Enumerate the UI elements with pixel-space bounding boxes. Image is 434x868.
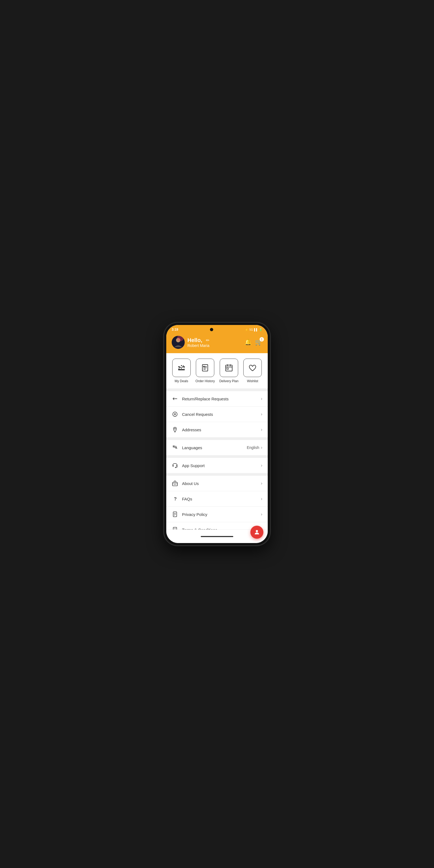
cancel-icon [172, 411, 178, 417]
svg-point-5 [184, 366, 185, 367]
signal-icon: ▌▌ [254, 328, 258, 331]
order-history-label: Order History [195, 379, 215, 383]
chevron-icon: › [261, 412, 262, 416]
status-icons: ⚡ 5G ▌▌ 🔋 [245, 328, 262, 331]
section-divider-3 [166, 455, 268, 458]
faqs-label: FAQs [182, 497, 192, 501]
menu-item-languages[interactable]: Languages English › [166, 440, 268, 455]
header-user-info: Hello, ✏ Robert Maria [172, 336, 209, 349]
phone-screen: 3:19 ⚡ 5G ▌▌ 🔋 [166, 325, 268, 543]
menu-item-return-replace[interactable]: Return/Replace Requests › [166, 391, 268, 407]
avatar[interactable] [172, 336, 185, 349]
svg-rect-17 [227, 368, 228, 369]
phone-frame: 3:19 ⚡ 5G ▌▌ 🔋 [164, 323, 270, 545]
privacy-policy-label: Privacy Policy [182, 512, 207, 517]
profile-fab-icon [254, 529, 260, 535]
app-support-right: › [261, 463, 262, 468]
crown-icon [177, 364, 186, 372]
briefcase-icon [172, 480, 178, 487]
my-deals-icon-box [172, 359, 191, 377]
menu-item-about-us-left: About Us [172, 480, 199, 487]
svg-rect-31 [173, 527, 177, 529]
menu-item-return-replace-left: Return/Replace Requests [172, 396, 229, 402]
chevron-icon: › [261, 496, 262, 501]
status-bar: 3:19 ⚡ 5G ▌▌ 🔋 [166, 325, 268, 333]
chevron-icon: › [261, 445, 262, 450]
question-icon: ? [172, 496, 178, 502]
user-name: Robert Maria [187, 343, 209, 348]
language-value: English [247, 445, 259, 450]
chevron-icon: › [261, 427, 262, 432]
header-text: Hello, ✏ Robert Maria [187, 337, 209, 348]
delivery-plan-icon-box [220, 359, 238, 377]
languages-label: Languages [182, 445, 202, 450]
wishlist-icon-box [243, 359, 262, 377]
menu-item-faqs[interactable]: ? FAQs › [166, 491, 268, 507]
wishlist-label: Wishlist [247, 379, 258, 383]
profile-fab[interactable] [250, 526, 264, 539]
terms-document-icon [172, 527, 178, 529]
status-time: 3:19 [172, 328, 178, 332]
menu-item-addresses-left: Addresses [172, 426, 201, 433]
menu-section-info: About Us › ? FAQs [166, 476, 268, 529]
headset-icon [172, 462, 178, 469]
return-replace-right: › [261, 396, 262, 401]
return-replace-label: Return/Replace Requests [182, 397, 229, 401]
menu-item-terms-left: Terms & Conditions [172, 527, 217, 529]
camera-notch [210, 328, 213, 331]
menu-section-languages: Languages English › [166, 440, 268, 455]
svg-rect-20 [173, 465, 174, 467]
home-indicator [201, 536, 233, 537]
menu-item-privacy-left: Privacy Policy [172, 511, 207, 518]
svg-point-4 [178, 366, 179, 367]
menu-item-addresses[interactable]: Addresses › [166, 422, 268, 437]
action-delivery-plan[interactable]: Delivery Plan [218, 359, 240, 383]
cancel-requests-right: › [261, 412, 262, 416]
menu-section-requests: Return/Replace Requests › [166, 391, 268, 437]
cancel-requests-label: Cancel Requests [182, 412, 213, 416]
header: Hello, ✏ Robert Maria 🔔 🛒 1 [166, 333, 268, 353]
receipt-icon [201, 364, 209, 372]
chevron-icon: › [261, 396, 262, 401]
about-us-label: About Us [182, 481, 199, 486]
menu-item-cancel-left: Cancel Requests [172, 411, 213, 417]
svg-point-19 [175, 428, 176, 429]
addresses-label: Addresses [182, 428, 201, 432]
about-us-right: › [261, 481, 262, 486]
terms-label: Terms & Conditions [182, 528, 217, 530]
menu-item-languages-left: Languages [172, 444, 202, 451]
svg-text:?: ? [174, 496, 177, 501]
greeting-text: Hello, [187, 337, 202, 343]
menu-item-cancel-requests[interactable]: Cancel Requests › [166, 407, 268, 422]
action-my-deals[interactable]: My Deals [170, 359, 192, 383]
my-deals-label: My Deals [175, 379, 188, 383]
quick-actions: My Deals Order History [166, 353, 268, 389]
heart-icon [248, 364, 257, 372]
header-actions: 🔔 🛒 1 [244, 339, 262, 346]
languages-right: English › [247, 445, 262, 450]
faqs-right: › [261, 496, 262, 501]
menu-item-about-us[interactable]: About Us › [166, 476, 268, 491]
translate-icon [172, 444, 178, 451]
edit-icon[interactable]: ✏ [206, 338, 209, 343]
bluetooth-icon: ⚡ [245, 328, 248, 331]
menu-item-app-support[interactable]: App Support › [166, 458, 268, 473]
battery-icon: 🔋 [259, 328, 262, 331]
calendar-icon [225, 364, 233, 372]
delivery-plan-label: Delivery Plan [219, 379, 239, 383]
addresses-right: › [261, 427, 262, 432]
location-icon [172, 426, 178, 433]
privacy-right: › [261, 512, 262, 517]
notifications-icon[interactable]: 🔔 [244, 339, 252, 346]
action-wishlist[interactable]: Wishlist [242, 359, 264, 383]
svg-rect-12 [203, 366, 205, 367]
menu-item-privacy-policy[interactable]: Privacy Policy › [166, 507, 268, 522]
network-icon: 5G [249, 328, 253, 331]
app-support-label: App Support [182, 463, 205, 468]
cart-container[interactable]: 🛒 1 [255, 339, 262, 346]
menu-item-faqs-left: ? FAQs [172, 496, 192, 502]
menu-item-app-support-left: App Support [172, 462, 205, 469]
section-divider-2 [166, 437, 268, 440]
section-divider-4 [166, 473, 268, 476]
action-order-history[interactable]: Order History [194, 359, 216, 383]
